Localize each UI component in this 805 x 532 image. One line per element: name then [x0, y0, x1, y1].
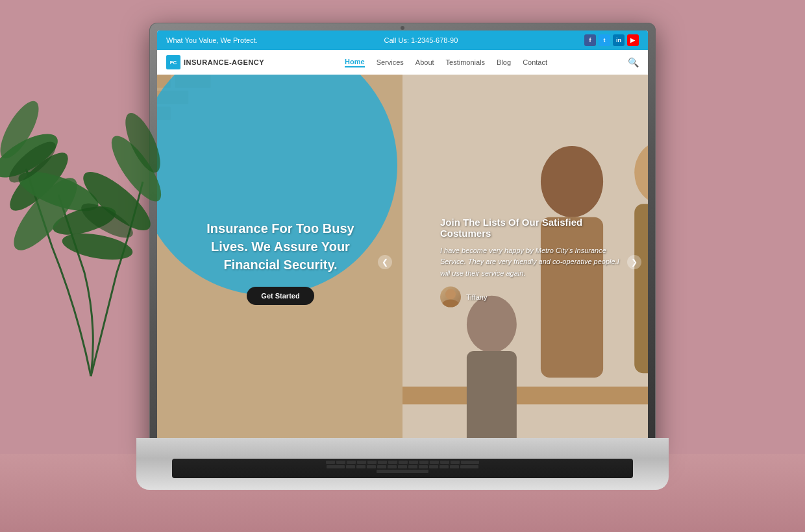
svg-point-24 [541, 146, 603, 217]
key [451, 461, 460, 464]
testimonial-title: Join The Lists Of Our Satisfied Costumer… [440, 216, 622, 238]
key [440, 461, 449, 464]
twitter-icon[interactable]: t [599, 34, 610, 46]
nav-blog[interactable]: Blog [497, 58, 511, 66]
svg-point-3 [50, 201, 119, 241]
key [461, 461, 479, 464]
key [367, 465, 376, 468]
youtube-icon[interactable]: ▶ [627, 34, 639, 46]
search-icon[interactable]: 🔍 [628, 57, 639, 67]
svg-point-7 [60, 229, 135, 265]
get-started-button[interactable]: Get Started [247, 287, 314, 305]
key [388, 461, 397, 464]
logo-text: INSURANCE-AGENCY [184, 58, 264, 66]
social-icons: f t in ▶ [584, 34, 639, 46]
key [409, 461, 418, 464]
carousel-next-arrow[interactable]: ❯ [627, 255, 641, 269]
svg-rect-30 [467, 351, 517, 449]
hero-headline: Insurance For Too Busy Lives. We Assure … [196, 219, 365, 274]
key [398, 465, 407, 468]
laptop-body [136, 438, 669, 490]
key [419, 465, 428, 468]
author-avatar [440, 287, 461, 308]
key [460, 465, 478, 468]
phone-number: Call Us: 1-2345-678-90 [384, 36, 458, 44]
key [419, 461, 428, 464]
nav-about[interactable]: About [415, 58, 434, 66]
key [367, 461, 377, 464]
key [429, 465, 438, 468]
key [377, 465, 386, 468]
logo: FC INSURANCE-AGENCY [166, 55, 264, 69]
key [326, 461, 335, 464]
svg-point-0 [0, 125, 64, 186]
nav-contact[interactable]: Contact [523, 58, 547, 66]
svg-point-10 [3, 136, 62, 189]
tagline: What You Value, We Protect. [166, 36, 258, 44]
svg-point-4 [5, 169, 87, 259]
svg-point-8 [0, 96, 46, 164]
top-bar: What You Value, We Protect. Call Us: 1-2… [157, 30, 648, 50]
hero-left-content: Insurance For Too Busy Lives. We Assure … [196, 219, 365, 305]
svg-point-31 [445, 289, 456, 300]
key [346, 465, 355, 468]
facebook-icon[interactable]: f [584, 34, 596, 46]
laptop: What You Value, We Protect. Call Us: 1-2… [136, 23, 669, 490]
svg-point-32 [441, 300, 460, 308]
key [408, 465, 417, 468]
camera-dot [401, 26, 404, 30]
svg-point-11 [77, 197, 138, 245]
key [399, 461, 408, 464]
key [327, 465, 345, 468]
key [357, 461, 366, 464]
website: What You Value, We Protect. Call Us: 1-2… [157, 30, 648, 449]
key [450, 465, 459, 468]
svg-rect-27 [634, 204, 648, 373]
key [356, 465, 365, 468]
nav-services[interactable]: Services [377, 58, 404, 66]
key [388, 465, 397, 468]
nav-home[interactable]: Home [345, 58, 365, 67]
key [347, 461, 356, 464]
svg-point-1 [2, 145, 75, 218]
key [440, 465, 449, 468]
nav-links: Home Services About Testimonials Blog Co… [345, 58, 547, 67]
logo-icon: FC [166, 55, 180, 69]
author-name: Tiffany [466, 293, 487, 301]
navbar: FC INSURANCE-AGENCY Home Services About … [157, 50, 648, 75]
laptop-keyboard [172, 459, 633, 478]
key [378, 461, 387, 464]
laptop-screen: What You Value, We Protect. Call Us: 1-2… [157, 30, 648, 449]
key [430, 461, 439, 464]
linkedin-icon[interactable]: in [613, 34, 625, 46]
testimonial-text: I have become very happy by Metro City's… [440, 245, 622, 279]
testimonial-author: Tiffany [440, 287, 622, 308]
hero-section: Insurance For Too Busy Lives. We Assure … [157, 75, 648, 449]
testimonial-section: Join The Lists Of Our Satisfied Costumer… [440, 216, 622, 308]
svg-rect-28 [402, 387, 648, 404]
svg-point-2 [14, 163, 103, 219]
nav-testimonials[interactable]: Testimonials [446, 58, 486, 66]
carousel-prev-arrow[interactable]: ❮ [378, 255, 392, 269]
laptop-screen-bezel: What You Value, We Protect. Call Us: 1-2… [149, 23, 656, 454]
spacebar-key [377, 470, 428, 473]
key [336, 461, 345, 464]
